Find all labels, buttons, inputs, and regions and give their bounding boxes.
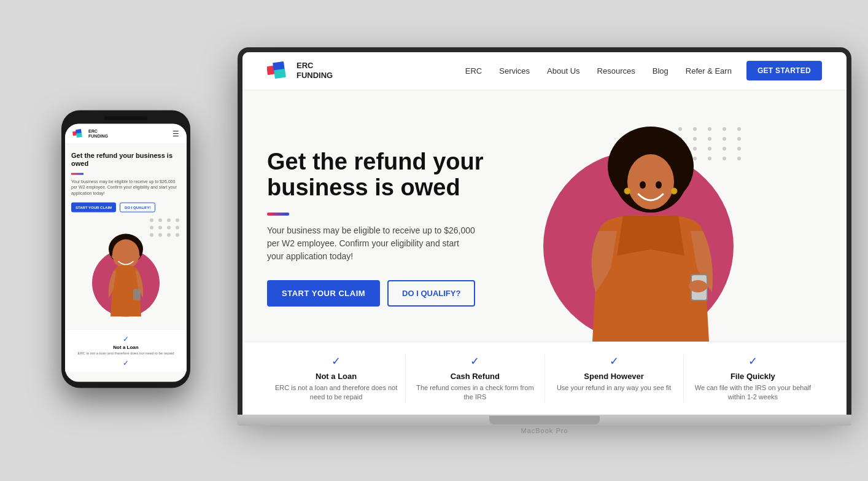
logo-text: ERC FUNDING <box>296 61 333 80</box>
phone-navbar: ERC FUNDING ☰ <box>65 123 187 144</box>
phone-feature-title: Not a Loan <box>71 345 180 350</box>
feature-title-2: Cash Refund <box>451 372 500 381</box>
hero-person-image <box>562 120 740 342</box>
nav-item-services[interactable]: Services <box>499 65 530 76</box>
phone-check-icon: ✓ <box>71 335 180 343</box>
qualify-button[interactable]: DO I QUALIFY? <box>387 280 475 307</box>
phone-logo-text: ERC FUNDING <box>88 128 108 139</box>
phone-feature-item: ✓ Not a Loan ERC is not a loan and there… <box>65 329 187 372</box>
phone-person-image <box>95 231 157 317</box>
navbar: ERC FUNDING ERC Services About Us Resour… <box>242 52 847 90</box>
phone-qualify-button[interactable]: DO I QUALIFY! <box>120 203 155 213</box>
phone-hero-image <box>71 219 180 317</box>
feature-spend-however: ✓ Spend However Use your refund in any w… <box>545 354 684 402</box>
svg-point-20 <box>112 254 122 260</box>
check-icon-1: ✓ <box>331 354 341 368</box>
phone-start-claim-button[interactable]: START YOUR CLAIM <box>71 203 116 213</box>
nav-item-refer[interactable]: Refer & Earn <box>686 65 732 76</box>
svg-point-13 <box>689 280 707 292</box>
phone-hero-subtitle: Your business may be eligible to receive… <box>71 178 180 196</box>
hero-buttons: START YOUR CLAIM DO I QUALIFY? <box>267 280 513 307</box>
feature-cash-refund: ✓ Cash Refund The refund comes in a chec… <box>406 354 544 402</box>
laptop-model-label: MacBook Pro <box>238 427 851 434</box>
scene: ERC FUNDING ERC Services About Us Resour… <box>0 0 868 481</box>
hero-image <box>525 115 746 342</box>
svg-point-8 <box>656 181 662 189</box>
get-started-button[interactable]: GET STARTED <box>746 61 822 80</box>
check-icon-4: ✓ <box>748 354 758 368</box>
laptop-notch <box>489 416 600 424</box>
nav-item-erc[interactable]: ERC <box>465 65 482 76</box>
phone-screen: ERC FUNDING ☰ Get the refund your busine… <box>65 123 187 381</box>
hero-subtitle: Your business may be eligible to receive… <box>267 224 476 263</box>
hero-title: Get the refund your business is owed <box>267 149 513 201</box>
svg-rect-19 <box>133 289 141 300</box>
feature-not-loan: ✓ Not a Loan ERC is not a loan and there… <box>267 354 406 402</box>
hero-section: Get the refund your business is owed You… <box>242 90 847 342</box>
svg-point-7 <box>640 181 646 189</box>
phone-hero-title: Get the refund your business is owed <box>71 152 180 168</box>
hero-content: Get the refund your business is owed You… <box>267 115 525 342</box>
phone-notch <box>104 116 147 120</box>
laptop-base <box>238 415 851 426</box>
svg-point-9 <box>624 188 630 194</box>
phone-outer: ERC FUNDING ☰ Get the refund your busine… <box>61 110 190 388</box>
logo: ERC FUNDING <box>267 61 333 80</box>
phone-accent-bar <box>71 173 83 174</box>
start-claim-button[interactable]: START YOUR CLAIM <box>267 280 380 307</box>
feature-file-quickly: ✓ File Quickly We can file with the IRS … <box>684 354 822 402</box>
feature-desc-2: The refund comes in a check form from th… <box>412 383 538 402</box>
phone-buttons: START YOUR CLAIM DO I QUALIFY! <box>71 203 180 213</box>
nav-item-resources[interactable]: Resources <box>597 65 635 76</box>
website: ERC FUNDING ERC Services About Us Resour… <box>242 52 847 415</box>
laptop: ERC FUNDING ERC Services About Us Resour… <box>238 47 851 434</box>
feature-title-3: Spend However <box>584 372 644 381</box>
phone-content: Get the refund your business is owed You… <box>65 144 187 324</box>
logo-icon <box>267 61 290 80</box>
check-icon-3: ✓ <box>610 354 619 368</box>
phone-check-icon-2: ✓ <box>71 359 180 367</box>
feature-desc-4: We can file with the IRS on your behalf … <box>690 383 816 402</box>
svg-rect-2 <box>274 69 286 79</box>
feature-desc-1: ERC is not a loan and therefore does not… <box>273 383 399 402</box>
svg-rect-16 <box>76 133 82 138</box>
check-icon-2: ✓ <box>470 354 479 368</box>
svg-point-21 <box>130 254 140 260</box>
phone-menu-icon[interactable]: ☰ <box>172 129 179 138</box>
svg-point-10 <box>671 188 677 194</box>
phone-logo-icon <box>72 128 85 138</box>
nav-links: ERC Services About Us Resources Blog Ref… <box>465 65 732 76</box>
features-bar: ✓ Not a Loan ERC is not a loan and there… <box>242 342 847 415</box>
hero-accent-bar <box>267 213 289 216</box>
phone: ERC FUNDING ☰ Get the refund your busine… <box>61 110 190 388</box>
feature-desc-3: Use your refund in any way you see fit <box>557 383 671 393</box>
nav-item-blog[interactable]: Blog <box>653 65 668 76</box>
nav-item-about[interactable]: About Us <box>547 65 579 76</box>
feature-title-1: Not a Loan <box>316 372 357 381</box>
feature-title-4: File Quickly <box>730 372 775 381</box>
phone-feature-desc: ERC is not a loan and therefore does not… <box>71 351 180 355</box>
